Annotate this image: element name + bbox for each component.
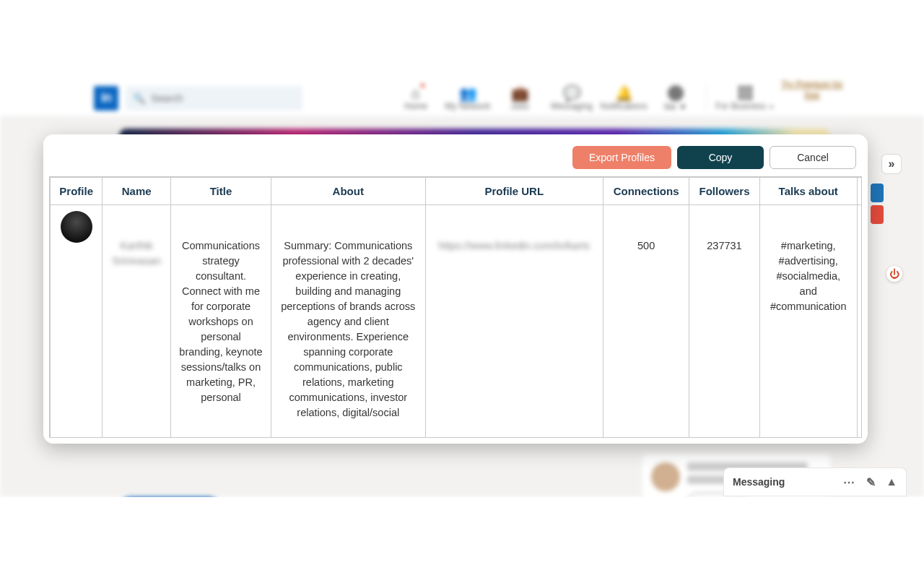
- cell-followers: 237731: [689, 205, 759, 439]
- messaging-bar[interactable]: Messaging ⋯ ✎ ▲: [723, 467, 907, 496]
- cell-talks: #marketing, #advertising, #socialmedia, …: [759, 205, 857, 439]
- cell-skills: Social media,Public Relations: [857, 205, 862, 439]
- profile-avatar[interactable]: [61, 211, 92, 243]
- bottom-margin: [0, 497, 924, 578]
- chevron-up-icon[interactable]: ▲: [886, 475, 897, 488]
- th-skills: Skills: [857, 178, 862, 205]
- cancel-button[interactable]: Cancel: [770, 146, 856, 169]
- th-about: About: [271, 178, 425, 205]
- export-profiles-button[interactable]: Export Profiles: [572, 146, 671, 169]
- cell-about: Summary: Communications professional wit…: [271, 205, 425, 439]
- th-talks: Talks about: [759, 178, 857, 205]
- cell-url: https://www.linkedin.com/in/karts: [425, 205, 603, 439]
- th-profile: Profile: [51, 178, 103, 205]
- table-row: Karthik Srinivasan Communications strate…: [51, 205, 863, 439]
- cell-profile: [51, 205, 103, 439]
- th-followers: Followers: [689, 178, 759, 205]
- profiles-table: Profile Name Title About Profile URL Con…: [50, 177, 862, 438]
- cell-name: Karthik Srinivasan: [103, 205, 171, 439]
- top-margin: [0, 0, 924, 79]
- export-modal: Export Profiles Copy Cancel Profile Name…: [43, 134, 868, 444]
- table-header-row: Profile Name Title About Profile URL Con…: [51, 178, 863, 205]
- cell-connections: 500: [603, 205, 689, 439]
- modal-button-row: Export Profiles Copy Cancel: [48, 143, 863, 176]
- compose-icon[interactable]: ✎: [866, 475, 876, 489]
- th-connections: Connections: [603, 178, 689, 205]
- th-title: Title: [171, 178, 271, 205]
- more-icon[interactable]: ⋯: [843, 475, 856, 489]
- th-url: Profile URL: [425, 178, 603, 205]
- table-scroll-region[interactable]: Profile Name Title About Profile URL Con…: [49, 176, 862, 438]
- messaging-label: Messaging: [733, 476, 785, 488]
- copy-button[interactable]: Copy: [677, 146, 764, 169]
- th-name: Name: [103, 178, 171, 205]
- cell-title: Communications strategy consultant. Conn…: [171, 205, 271, 439]
